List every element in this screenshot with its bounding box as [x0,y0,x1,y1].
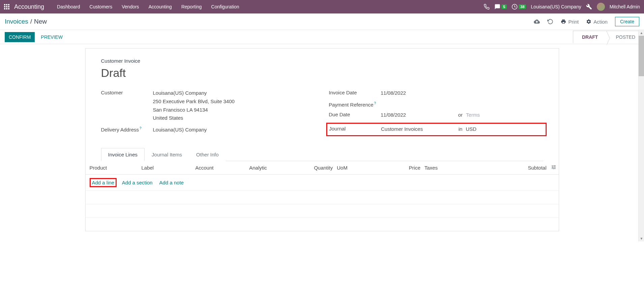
th-quantity: Quantity [301,161,335,175]
th-price: Price [362,161,423,175]
tab-invoice-lines[interactable]: Invoice Lines [101,148,145,161]
breadcrumb-sep: / [30,18,32,25]
form-sheet: Customer Invoice Draft Customer Louisana… [85,48,559,231]
th-label: Label [140,161,193,175]
due-date-field[interactable]: 11/08/2022 [381,111,455,119]
due-date-label: Due Date [329,111,381,117]
customer-addr2: San Francisco LA 94134 [153,106,315,114]
customer-country: United States [153,114,315,122]
confirm-button[interactable]: CONFIRM [5,32,35,42]
apps-icon[interactable] [4,4,9,9]
nav-accounting[interactable]: Accounting [144,0,177,13]
top-navbar: Accounting Dashboard Customers Vendors A… [0,0,644,13]
debug-icon[interactable] [586,4,592,10]
create-button[interactable]: Create [615,17,639,26]
journal-field[interactable]: Customer Invoices [381,125,455,134]
th-account: Account [193,161,247,175]
help-icon[interactable]: ? [140,126,142,130]
record-title: Draft [101,66,543,80]
th-taxes: Taxes [423,161,463,175]
customer-field[interactable]: Louisana(US) Company 250 Executive Park … [153,89,315,122]
add-note-link[interactable]: Add a note [159,180,184,185]
customer-addr1: 250 Executive Park Blvd, Suite 3400 [153,97,315,106]
currency-field[interactable]: USD [466,125,477,134]
action-label: Action [593,19,608,25]
breadcrumb-root[interactable]: Invoices [5,18,28,25]
customer-label: Customer [101,89,153,95]
help-icon[interactable]: ? [374,101,376,105]
print-button[interactable]: Print [561,19,579,25]
invoice-lines-table: Product Label Account Analytic Quantity … [86,161,559,231]
add-section-link[interactable]: Add a section [122,180,153,185]
th-subtotal: Subtotal [463,161,549,175]
or-text: or [458,111,463,119]
preview-button[interactable]: PREVIEW [41,34,63,40]
vertical-scrollbar[interactable]: ▲ ▼ [638,30,644,241]
invoice-date-field[interactable]: 11/08/2022 [381,89,543,97]
breadcrumb-current: New [34,18,47,25]
nav-configuration[interactable]: Configuration [207,0,244,13]
terms-field[interactable]: Terms [466,111,480,119]
user-menu[interactable]: Mitchell Admin [610,4,640,9]
add-line-link[interactable]: Add a line [92,180,115,185]
delivery-field[interactable]: Louisana(US) Company [153,126,315,134]
stage-draft[interactable]: DRAFT [573,31,607,43]
nav-vendors[interactable]: Vendors [117,0,144,13]
columns-settings-icon[interactable] [551,165,556,171]
print-label: Print [568,19,579,25]
nav-dashboard[interactable]: Dashboard [52,0,85,13]
activities-badge: 38 [519,4,526,9]
delivery-label: Delivery Address? [101,126,153,132]
tab-other-info[interactable]: Other Info [189,148,226,161]
customer-name: Louisana(US) Company [153,89,315,97]
th-analytic: Analytic [247,161,301,175]
cloud-upload-icon[interactable] [534,19,540,25]
record-type-label: Customer Invoice [101,58,543,64]
app-brand[interactable]: Accounting [14,3,44,10]
activities-icon[interactable]: 38 [512,4,526,10]
company-selector[interactable]: Louisana(US) Company [531,4,581,9]
th-uom: UoM [335,161,362,175]
status-bar: CONFIRM PREVIEW DRAFT POSTED [0,30,644,44]
action-button[interactable]: Action [586,19,608,25]
avatar[interactable] [597,3,605,11]
messages-badge: 5 [501,4,507,9]
th-product: Product [86,161,140,175]
tab-journal-items[interactable]: Journal Items [145,148,189,161]
nav-customers[interactable]: Customers [85,0,117,13]
messages-icon[interactable]: 5 [494,4,507,10]
invoice-date-label: Invoice Date [329,89,381,95]
breadcrumb-bar: Invoices / New Print Action Create [0,13,644,30]
journal-label: Journal [329,125,381,131]
in-text: in [459,125,463,134]
phone-icon[interactable] [484,4,490,10]
nav-reporting[interactable]: Reporting [177,0,207,13]
payment-ref-label: Payment Reference? [329,101,381,108]
discard-icon[interactable] [547,19,553,25]
